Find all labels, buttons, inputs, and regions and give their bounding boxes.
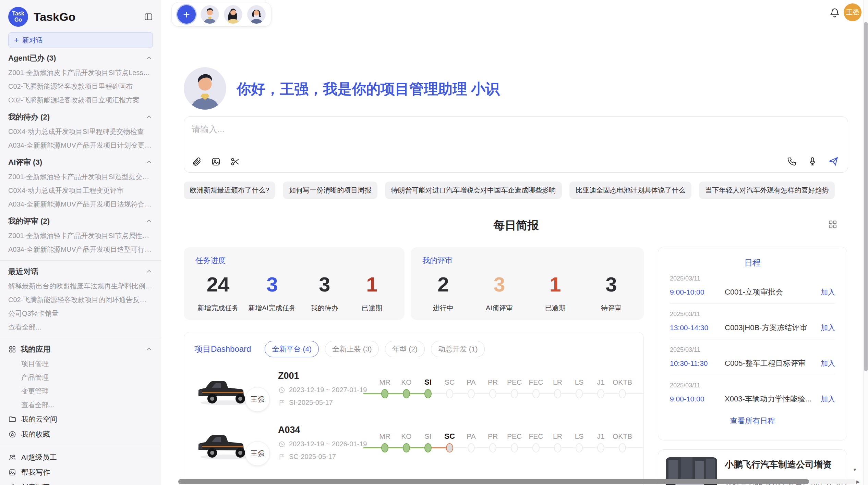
suggestion-chips: 欧洲新规最近颁布了什么?如何写一份清晰的项目周报特朗普可能对进口汽车增税会对中国… (184, 182, 835, 199)
sidebar-item[interactable]: C02-飞腾新能源轻客改款项目立项汇报方案 (8, 93, 153, 107)
schedule-list: 2025/03/11 9:00-10:00 C001-立项审批会 加入 2025… (670, 268, 835, 410)
sidebar-item[interactable]: C02-飞腾新能源轻客改款项目里程碑画布 (8, 79, 153, 93)
task-progress-card: 任务进度 24 新增完成任务 3 新增AI完成任务 3 我的待办 1 已逾期 (184, 247, 405, 320)
session-avatar-3[interactable] (247, 5, 266, 24)
add-session-button[interactable]: + (177, 5, 196, 24)
phone-icon[interactable] (787, 156, 797, 166)
date-range: 2023-12-19 ~ 2026-01-19 (289, 440, 367, 448)
user-avatar[interactable]: 王强 (844, 3, 861, 21)
join-button[interactable]: 加入 (821, 287, 835, 297)
scissors-icon[interactable] (230, 157, 240, 167)
session-avatar-2[interactable] (224, 5, 242, 24)
app-item[interactable]: 项目管理 (8, 357, 153, 371)
event-name: C005-整车工程目标评审 (725, 358, 817, 369)
recent-chat-item[interactable]: 解释最新出台的欧盟报废车法规再生塑料比例被调至15%... (8, 279, 153, 293)
milestone: J1 (590, 430, 612, 454)
sidebar-section-recent-chats[interactable]: 最近对话 (8, 264, 153, 279)
milestone-label: LS (568, 376, 590, 388)
milestone-dot (554, 389, 561, 398)
sidebar-section-ai-review[interactable]: AI评审 (3) (8, 155, 153, 170)
scroll-down-arrow[interactable]: ▼ (853, 467, 857, 472)
stat-label: 已逾期 (537, 303, 574, 313)
milestone: LR (547, 376, 568, 400)
sidebar-item[interactable]: Z001-全新燃油皮卡产品开发项目SI节点Lesson Learn报告 (8, 66, 153, 79)
event-date: 2025/03/11 (670, 382, 835, 389)
app-item[interactable]: 产品管理 (8, 371, 153, 384)
recent-chat-item[interactable]: C02-飞腾新能源轻客改款项目的闭环通告反馈情况 (8, 293, 153, 307)
sidebar-item[interactable]: Z001-全新燃油轻卡产品开发项目SI节点属性5D文件评审 (8, 229, 153, 242)
join-button[interactable]: 加入 (821, 394, 835, 404)
suggestion-chip[interactable]: 比亚迪全固态电池计划具体说了什么 (569, 182, 691, 199)
stat-label: AI预评审 (480, 303, 518, 313)
notification-bell-icon[interactable] (829, 7, 841, 18)
sidebar-item-help-me-write[interactable]: 帮我写作 (8, 465, 153, 480)
suggestion-chip[interactable]: 当下年轻人对汽车外观有怎样的喜好趋势 (699, 182, 835, 199)
filter-model-year[interactable]: 年型 (2) (385, 341, 425, 357)
sidebar-item[interactable]: A034-全新新能源MUV产品开发项目法规符合性评审 (8, 197, 153, 211)
stat-overdue: 1 已逾期 (353, 273, 391, 313)
divider (0, 338, 161, 338)
join-button[interactable]: 加入 (821, 323, 835, 333)
event-date: 2025/03/11 (670, 311, 835, 318)
sidebar-item[interactable]: A034-全新新能源MUV产品开发项目造型可行性评审 (8, 242, 153, 256)
send-icon[interactable] (828, 156, 839, 167)
milestone-label: J1 (590, 430, 612, 443)
suggestion-chip[interactable]: 特朗普可能对进口汽车增税会对中国车企造成哪些影响 (385, 182, 562, 199)
attachment-icon[interactable] (192, 157, 202, 167)
milestone-label: PR (482, 376, 504, 388)
project-row-z001[interactable]: 王强 Z001 2023-12-19 ~ 2027-01-19 SI-2025-… (194, 367, 633, 411)
dashboard-title: 项目Dashboard (194, 344, 251, 355)
sidebar-item-cloud-space[interactable]: 我的云空间 (8, 412, 153, 427)
image-icon[interactable] (211, 157, 221, 167)
suggestion-chip[interactable]: 欧洲新规最近颁布了什么? (184, 182, 275, 199)
chevron-up-icon (145, 268, 153, 275)
milestone-label: J1 (590, 376, 612, 388)
horizontal-scrollbar-thumb[interactable] (178, 479, 809, 484)
sidebar-item[interactable]: C0X4-动力总成开发项目SI里程碑提交物检查 (8, 125, 153, 138)
project-row-a034[interactable]: 王强 A034 2023-12-19 ~ 2026-01-19 SC-2025-… (194, 421, 633, 465)
new-chat-button[interactable]: + 新对话 (8, 32, 153, 48)
filter-all-new-platform[interactable]: 全新平台 (4) (265, 341, 319, 357)
composer-left-tools (192, 157, 240, 167)
layout-grid-icon[interactable] (828, 219, 838, 229)
sidebar-section-my-apps[interactable]: 我的应用 (8, 342, 153, 357)
milestone: PEC (504, 376, 525, 400)
microphone-icon[interactable] (807, 156, 818, 166)
milestone-dot (532, 389, 540, 398)
sidebar-item-ai-super-staff[interactable]: AI超级员工 (8, 450, 153, 465)
sidebar-item-favorites[interactable]: 我的收藏 (8, 427, 153, 442)
sidebar-item[interactable]: Z001-全新燃油轻卡产品开发项目SI造型提交物评审 (8, 170, 153, 184)
app-item[interactable]: 变更管理 (8, 384, 153, 398)
vertical-scrollbar-thumb[interactable] (864, 22, 868, 371)
filter-powertrain[interactable]: 动总开发 (1) (431, 341, 485, 357)
sidebar-item[interactable]: C0X4-动力总成开发项目工程变更评审 (8, 184, 153, 197)
milestone (633, 430, 644, 454)
app-item[interactable]: 查看全部... (8, 398, 153, 412)
my-review-card: 我的评审 2 进行中 3 AI预评审 1 已逾期 3 待评审 (411, 247, 644, 320)
sidebar-section-agent-done[interactable]: Agent已办 (3) (8, 51, 153, 66)
sidebar-section-my-todo[interactable]: 我的待办 (2) (8, 110, 153, 125)
scroll-right-arrow[interactable]: ▶ (856, 479, 860, 484)
join-button[interactable]: 加入 (821, 359, 835, 368)
chat-input[interactable] (192, 124, 706, 134)
sidebar-item-creative-drawing[interactable]: 创意制图 (8, 480, 153, 485)
help-me-write-label: 帮我写作 (21, 468, 50, 477)
recent-chat-item[interactable]: 查看全部... (8, 320, 153, 334)
event-time: 9:00-10:00 (670, 288, 725, 296)
logo-text-bottom: Go (14, 17, 22, 23)
milestone: SC (439, 430, 460, 454)
filter-new-body[interactable]: 全新上装 (3) (325, 341, 379, 357)
view-all-schedule-link[interactable]: 查看所有日程 (670, 416, 835, 426)
milestone-label: FEC (525, 430, 547, 443)
ai-review-list: Z001-全新燃油轻卡产品开发项目SI造型提交物评审C0X4-动力总成开发项目工… (8, 170, 153, 211)
sidebar-section-my-review[interactable]: 我的评审 (2) (8, 214, 153, 229)
taskgo-app: Task Go TaskGo + 新对话 Agent已办 (3) Z001-全新… (0, 0, 868, 485)
session-avatar-1[interactable] (201, 5, 219, 24)
milestone-dot (489, 389, 496, 398)
schedule-title: 日程 (670, 257, 835, 268)
sidebar-collapse-icon[interactable] (144, 12, 153, 21)
dashboard-filters: 全新平台 (4) 全新上装 (3) 年型 (2) 动总开发 (1) (265, 341, 485, 357)
recent-chat-item[interactable]: 公司Q3轻卡销量 (8, 307, 153, 320)
suggestion-chip[interactable]: 如何写一份清晰的项目周报 (283, 182, 377, 199)
sidebar-item[interactable]: A034-全新新能源MUV产品开发项目计划变更表编写 (8, 138, 153, 152)
